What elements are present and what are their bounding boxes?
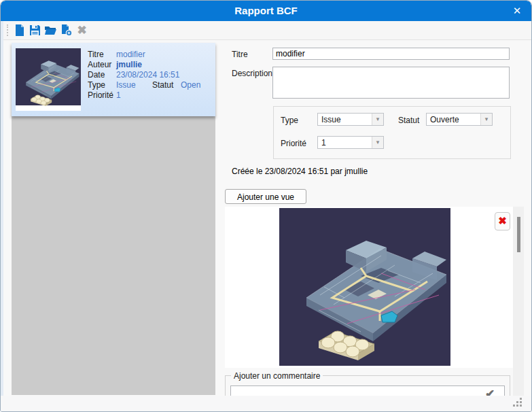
- item-titre-value: modifier: [116, 50, 145, 59]
- save-icon[interactable]: [29, 24, 41, 37]
- viewpoint-panel: ✖: [225, 207, 513, 368]
- bcf-report-dialog: Rapport BCF ✕: [0, 0, 532, 412]
- form-titre-label: Titre: [232, 50, 248, 59]
- titre-input[interactable]: [272, 48, 510, 60]
- created-info-text: Créée le 23/08/2024 16:51 par jmullie: [232, 167, 368, 176]
- issue-list-item-selected[interactable]: Titre modifier Auteur jmullie Date 23/08…: [12, 43, 215, 116]
- issue-thumbnail: [16, 48, 81, 111]
- item-date-label: Date: [88, 70, 105, 80]
- chevron-down-icon[interactable]: ▾: [372, 137, 383, 148]
- title-bar[interactable]: Rapport BCF ✕: [1, 1, 531, 21]
- delete-view-icon[interactable]: ✖: [495, 212, 510, 230]
- chevron-down-icon[interactable]: ▾: [372, 114, 383, 125]
- toolbar: ✖: [1, 21, 531, 40]
- form-type-label: Type: [281, 116, 298, 125]
- viewpoint-image: [279, 208, 450, 366]
- issue-list[interactable]: Titre modifier Auteur jmullie Date 23/08…: [12, 43, 215, 395]
- form-description-label: Description: [232, 69, 272, 78]
- chevron-down-icon[interactable]: ▾: [480, 114, 492, 125]
- dialog-content: Titre modifier Auteur jmullie Date 23/08…: [1, 40, 532, 397]
- resize-grip-icon[interactable]: [513, 398, 522, 407]
- item-titre-label: Titre: [88, 50, 104, 59]
- statut-dropdown[interactable]: Ouverte ▾: [426, 113, 493, 126]
- item-type-label: Type: [88, 80, 105, 90]
- type-dropdown-value: Issue: [321, 115, 341, 124]
- form-priorite-label: Priorité: [281, 139, 306, 148]
- item-type-value: Issue: [116, 80, 136, 90]
- item-priorite-value: 1: [116, 90, 121, 100]
- add-view-button[interactable]: Ajouter une vue: [225, 189, 306, 204]
- item-auteur-value: jmullie: [116, 60, 142, 69]
- comment-groupbox-legend: Ajouter un commentaire: [231, 371, 323, 381]
- priorite-dropdown-value: 1: [321, 138, 326, 148]
- issue-properties-groupbox: Type Issue ▾ Statut Ouverte ▾ Priorité 1…: [273, 106, 511, 159]
- type-dropdown[interactable]: Issue ▾: [317, 113, 384, 126]
- statut-dropdown-value: Ouverte: [430, 115, 459, 124]
- new-document-icon[interactable]: [13, 24, 26, 37]
- close-icon[interactable]: ✕: [508, 1, 526, 21]
- item-auteur-label: Auteur: [88, 60, 111, 69]
- item-priorite-label: Priorité: [88, 90, 113, 100]
- vertical-scrollbar[interactable]: [513, 207, 524, 397]
- item-statut-value: Open: [181, 80, 200, 90]
- form-statut-label: Statut: [398, 116, 419, 125]
- item-date-value: 23/08/2024 16:51: [116, 70, 179, 80]
- description-input[interactable]: [272, 67, 510, 99]
- scrollbar-thumb[interactable]: [517, 217, 520, 252]
- window-bottom-frame: [1, 396, 531, 411]
- add-document-icon[interactable]: [60, 24, 73, 37]
- delete-icon[interactable]: ✖: [75, 24, 88, 37]
- item-statut-label: Statut: [152, 80, 173, 90]
- priorite-dropdown[interactable]: 1 ▾: [317, 136, 384, 149]
- window-title: Rapport BCF: [1, 1, 531, 21]
- open-folder-icon[interactable]: [44, 24, 57, 37]
- toolbar-grip[interactable]: [7, 24, 8, 36]
